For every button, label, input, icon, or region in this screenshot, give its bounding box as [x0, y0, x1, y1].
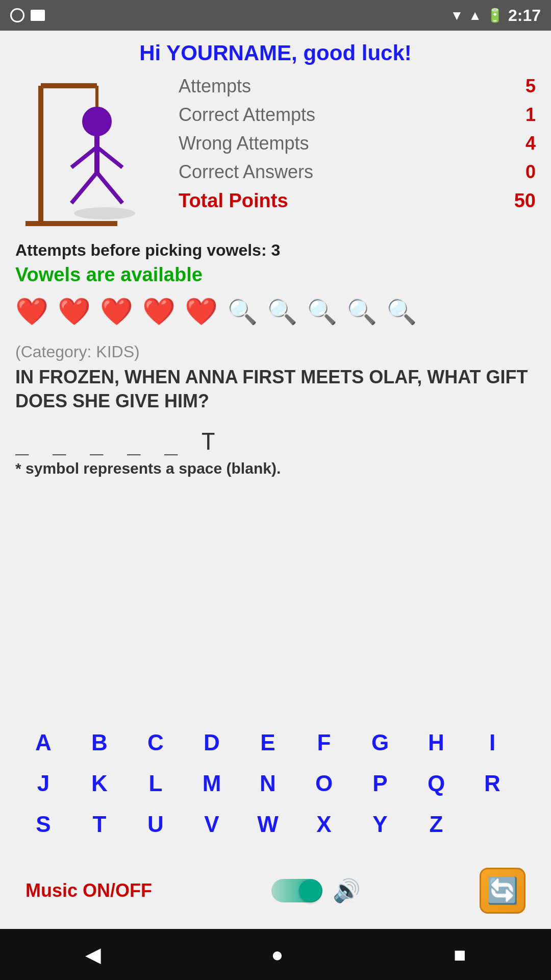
heart-2: ❤️	[58, 296, 91, 327]
key-X[interactable]: X	[296, 806, 352, 842]
wrong-attempts-row: Wrong Attempts 4	[179, 133, 536, 154]
wrong-attempts-value: 4	[525, 133, 536, 154]
key-Y[interactable]: Y	[352, 806, 408, 842]
top-section: Attempts 5 Correct Attempts 1 Wrong Atte…	[15, 76, 536, 231]
key-E[interactable]: E	[240, 725, 296, 761]
key-L[interactable]: L	[128, 766, 184, 801]
total-points-value: 50	[514, 190, 536, 212]
music-label: Music ON/OFF	[26, 880, 152, 901]
correct-answers-value: 0	[525, 161, 536, 183]
svg-line-8	[97, 147, 122, 167]
lives-row: ❤️ ❤️ ❤️ ❤️ ❤️ 🔍 🔍 🔍 🔍 🔍	[15, 296, 536, 327]
magnifier-3: 🔍	[307, 298, 337, 326]
key-C[interactable]: C	[128, 725, 184, 761]
correct-attempts-row: Correct Attempts 1	[179, 104, 536, 126]
heart-3: ❤️	[100, 296, 133, 327]
magnifier-5: 🔍	[386, 298, 417, 326]
key-B[interactable]: B	[71, 725, 128, 761]
key-Z[interactable]: Z	[408, 806, 464, 842]
key-R[interactable]: R	[464, 766, 520, 801]
battery-icon: 🔋	[487, 8, 503, 23]
music-toggle[interactable]	[271, 879, 322, 902]
status-circle-icon	[10, 8, 24, 22]
question-text: IN FROZEN, WHEN ANNA FIRST MEETS OLAF, W…	[15, 365, 536, 413]
correct-answers-label: Correct Answers	[179, 161, 313, 183]
heart-4: ❤️	[142, 296, 176, 327]
key-U[interactable]: U	[128, 806, 184, 842]
heart-5: ❤️	[185, 296, 218, 327]
keyboard-row-3: S T U V W X Y Z	[15, 806, 536, 842]
status-bar: ▼ ▲ 🔋 2:17	[0, 0, 551, 31]
wrong-attempts-label: Wrong Attempts	[179, 133, 309, 154]
keyboard-row-1: A B C D E F G H I	[15, 725, 536, 761]
svg-line-9	[71, 173, 97, 203]
svg-line-10	[97, 173, 122, 203]
toggle-container: 🔊	[271, 877, 361, 904]
key-A[interactable]: A	[15, 725, 71, 761]
vowels-available-text: Vowels are available	[15, 264, 536, 286]
back-button[interactable]: ◀	[85, 943, 101, 966]
category-text: (Category: KIDS)	[15, 342, 536, 361]
key-J[interactable]: J	[15, 766, 71, 801]
volume-icon[interactable]: 🔊	[333, 877, 361, 904]
magnifier-4: 🔍	[346, 298, 377, 326]
svg-point-4	[74, 207, 135, 219]
magnifier-2: 🔍	[267, 298, 297, 326]
sim-icon	[31, 10, 45, 21]
correct-attempts-label: Correct Attempts	[179, 104, 315, 126]
main-content: Hi YOURNAME, good luck!	[0, 31, 551, 929]
key-G[interactable]: G	[352, 725, 408, 761]
key-W[interactable]: W	[240, 806, 296, 842]
heart-1: ❤️	[15, 296, 48, 327]
svg-line-7	[71, 147, 97, 167]
bottom-bar: Music ON/OFF 🔊 🔄	[15, 863, 536, 919]
key-K[interactable]: K	[71, 766, 128, 801]
space-hint: * symbol represents a space (blank).	[15, 460, 536, 477]
svg-point-5	[83, 107, 111, 136]
wifi-icon: ▼	[450, 8, 463, 23]
word-display: _ _ _ _ _ T	[15, 429, 536, 455]
home-button[interactable]: ●	[271, 943, 283, 966]
key-F[interactable]: F	[296, 725, 352, 761]
key-O[interactable]: O	[296, 766, 352, 801]
recent-button[interactable]: ■	[454, 943, 466, 966]
refresh-icon: 🔄	[487, 876, 518, 905]
key-D[interactable]: D	[184, 725, 240, 761]
total-points-label: Total Points	[179, 190, 288, 212]
nav-bar: ◀ ● ■	[0, 929, 551, 980]
key-Q[interactable]: Q	[408, 766, 464, 801]
toggle-knob	[299, 879, 321, 902]
hangman-figure	[15, 76, 168, 231]
attempts-label: Attempts	[179, 76, 251, 97]
correct-attempts-value: 1	[525, 104, 536, 126]
key-S[interactable]: S	[15, 806, 71, 842]
key-M[interactable]: M	[184, 766, 240, 801]
stats-panel: Attempts 5 Correct Attempts 1 Wrong Atte…	[168, 76, 536, 219]
keyboard: A B C D E F G H I J K L M N O P Q R S T …	[15, 725, 536, 847]
magnifier-1: 🔍	[227, 298, 258, 326]
key-P[interactable]: P	[352, 766, 408, 801]
key-T[interactable]: T	[71, 806, 128, 842]
status-left	[10, 8, 45, 22]
greeting-text: Hi YOURNAME, good luck!	[15, 41, 536, 65]
attempts-row: Attempts 5	[179, 76, 536, 97]
total-points-row: Total Points 50	[179, 190, 536, 212]
keyboard-row-2: J K L M N O P Q R	[15, 766, 536, 801]
signal-icon: ▲	[468, 8, 482, 23]
attempts-before-vowels: Attempts before picking vowels: 3	[15, 241, 536, 260]
key-I[interactable]: I	[464, 725, 520, 761]
attempts-value: 5	[525, 76, 536, 97]
refresh-button[interactable]: 🔄	[480, 868, 525, 914]
key-N[interactable]: N	[240, 766, 296, 801]
status-right: ▼ ▲ 🔋 2:17	[450, 6, 541, 25]
correct-answers-row: Correct Answers 0	[179, 161, 536, 183]
key-V[interactable]: V	[184, 806, 240, 842]
clock: 2:17	[508, 6, 541, 25]
key-H[interactable]: H	[408, 725, 464, 761]
